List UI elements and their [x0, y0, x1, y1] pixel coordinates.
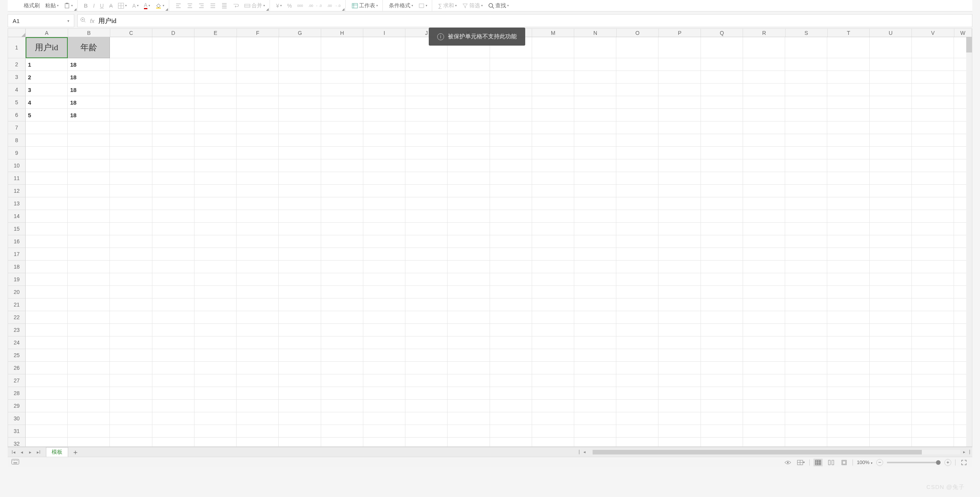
row-header-22[interactable]: 22	[8, 311, 26, 324]
cell-B21[interactable]	[68, 299, 110, 311]
row-header-26[interactable]: 26	[8, 362, 26, 374]
cell-T26[interactable]	[827, 362, 869, 374]
cell-M24[interactable]	[532, 336, 574, 349]
cell-I13[interactable]	[363, 197, 405, 210]
cell-H8[interactable]	[321, 134, 363, 147]
cell-D7[interactable]	[152, 121, 194, 134]
cell-B15[interactable]	[68, 223, 110, 235]
cell-G23[interactable]	[279, 324, 321, 336]
row-header-8[interactable]: 8	[8, 134, 26, 147]
cell-A5[interactable]: 4	[26, 96, 68, 109]
percent-button[interactable]: %	[286, 2, 293, 10]
cell-R18[interactable]	[743, 261, 785, 273]
cell-L19[interactable]	[490, 273, 532, 286]
cell-E14[interactable]	[194, 210, 237, 223]
cell-A1[interactable]: 用户id	[26, 37, 68, 58]
cell-U19[interactable]	[870, 273, 912, 286]
cell-S28[interactable]	[785, 387, 827, 400]
cell-F4[interactable]	[237, 84, 279, 96]
cell-G7[interactable]	[279, 121, 321, 134]
add-sheet-button[interactable]: ＋	[72, 448, 79, 457]
column-header-V[interactable]: V	[912, 29, 954, 37]
cell-M23[interactable]	[532, 324, 574, 336]
cell-B13[interactable]	[68, 197, 110, 210]
cell-J21[interactable]	[405, 299, 448, 311]
cell-D30[interactable]	[152, 412, 194, 425]
sheet-tab-active[interactable]: 模板	[46, 447, 68, 457]
cell-L11[interactable]	[490, 172, 532, 185]
cell-P17[interactable]	[658, 248, 701, 261]
underline-button[interactable]: U	[98, 2, 105, 10]
row-header-7[interactable]: 7	[8, 121, 26, 134]
cell-B20[interactable]	[68, 286, 110, 299]
cell-I28[interactable]	[363, 387, 405, 400]
cell-R4[interactable]	[743, 84, 785, 96]
cell-M18[interactable]	[532, 261, 574, 273]
cell-R15[interactable]	[743, 223, 785, 235]
cell-G17[interactable]	[279, 248, 321, 261]
cell-O32[interactable]	[616, 438, 658, 447]
cell-D11[interactable]	[152, 172, 194, 185]
cell-V32[interactable]	[912, 438, 954, 447]
cell-P31[interactable]	[658, 425, 701, 438]
cell-E15[interactable]	[194, 223, 237, 235]
horizontal-scrollbar[interactable]	[593, 450, 960, 454]
cell-P12[interactable]	[658, 185, 701, 197]
cell-V3[interactable]	[912, 71, 954, 84]
cell-B16[interactable]	[68, 235, 110, 248]
cell-reference-box[interactable]: A1 ▾	[8, 14, 74, 27]
cell-Q3[interactable]	[701, 71, 743, 84]
cell-T21[interactable]	[827, 299, 869, 311]
cell-H27[interactable]	[321, 374, 363, 387]
row-header-11[interactable]: 11	[8, 172, 26, 185]
cell-F2[interactable]	[237, 58, 279, 71]
row-header-27[interactable]: 27	[8, 374, 26, 387]
cell-D22[interactable]	[152, 311, 194, 324]
align-left-button[interactable]	[174, 2, 183, 10]
cell-L27[interactable]	[490, 374, 532, 387]
cell-P10[interactable]	[658, 159, 701, 172]
cell-Q21[interactable]	[701, 299, 743, 311]
cell-P5[interactable]	[658, 96, 701, 109]
cell-N11[interactable]	[574, 172, 616, 185]
cell-C21[interactable]	[110, 299, 152, 311]
cell-P9[interactable]	[658, 147, 701, 159]
cell-O28[interactable]	[616, 387, 658, 400]
scroll-thumb[interactable]	[966, 37, 972, 52]
column-header-R[interactable]: R	[743, 29, 785, 37]
cell-L16[interactable]	[490, 235, 532, 248]
cell-G4[interactable]	[279, 84, 321, 96]
cell-D29[interactable]	[152, 400, 194, 412]
column-header-P[interactable]: P	[659, 29, 701, 37]
cell-T23[interactable]	[827, 324, 869, 336]
cell-J26[interactable]	[405, 362, 448, 374]
cell-C24[interactable]	[110, 336, 152, 349]
cell-H5[interactable]	[321, 96, 363, 109]
cell-D25[interactable]	[152, 349, 194, 362]
cell-I29[interactable]	[363, 400, 405, 412]
cell-F7[interactable]	[237, 121, 279, 134]
cell-U6[interactable]	[870, 109, 912, 121]
cell-J19[interactable]	[405, 273, 448, 286]
cell-S30[interactable]	[785, 412, 827, 425]
cell-O22[interactable]	[616, 311, 658, 324]
cell-Q4[interactable]	[701, 84, 743, 96]
cell-V27[interactable]	[912, 374, 954, 387]
cell-G16[interactable]	[279, 235, 321, 248]
cell-K31[interactable]	[448, 425, 490, 438]
cell-T3[interactable]	[827, 71, 869, 84]
row-header-23[interactable]: 23	[8, 324, 26, 336]
cell-R28[interactable]	[743, 387, 785, 400]
cell-E29[interactable]	[194, 400, 237, 412]
cell-R7[interactable]	[743, 121, 785, 134]
cell-U11[interactable]	[870, 172, 912, 185]
cell-I7[interactable]	[363, 121, 405, 134]
cell-T22[interactable]	[827, 311, 869, 324]
cell-B24[interactable]	[68, 336, 110, 349]
cell-N10[interactable]	[574, 159, 616, 172]
cell-F23[interactable]	[237, 324, 279, 336]
cell-K16[interactable]	[448, 235, 490, 248]
dec-decimal-button[interactable]: .00→.0	[325, 2, 342, 10]
cell-L25[interactable]	[490, 349, 532, 362]
cell-D14[interactable]	[152, 210, 194, 223]
